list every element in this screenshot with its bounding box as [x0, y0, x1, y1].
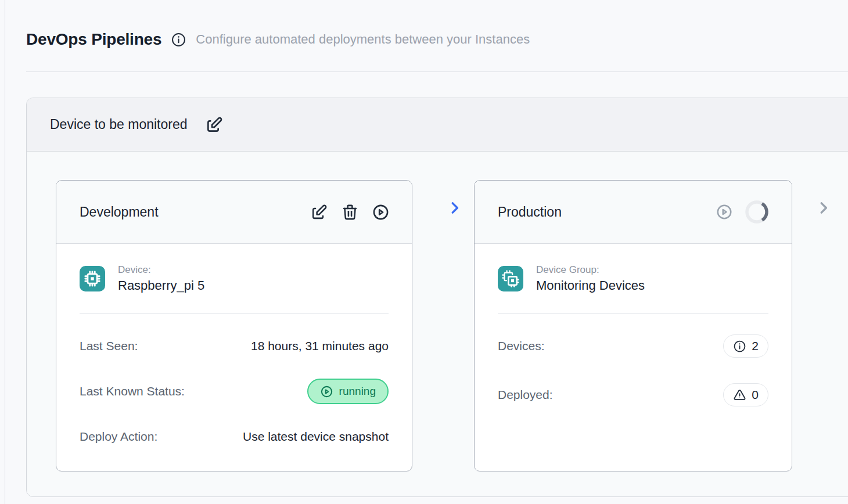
header-divider — [26, 71, 848, 72]
production-title: Production — [498, 204, 562, 220]
info-icon[interactable] — [171, 32, 186, 48]
production-actions — [716, 199, 770, 225]
play-icon[interactable] — [716, 203, 734, 221]
device-group-label: Device Group: — [536, 264, 645, 276]
development-title: Development — [80, 204, 159, 220]
last-seen-row: Last Seen: 18 hours, 31 minutes ago — [80, 332, 389, 360]
devices-count: 2 — [752, 339, 759, 353]
deployed-count: 0 — [752, 388, 759, 402]
development-card-header: Development — [56, 181, 412, 244]
deploy-action-value: Use latest device snapshot — [243, 430, 389, 444]
deployed-count-pill[interactable]: 0 — [723, 383, 768, 406]
status-row: Last Known Status: running — [80, 377, 389, 405]
spinner — [744, 199, 770, 225]
deploy-action-label: Deploy Action: — [80, 430, 157, 444]
warning-icon — [733, 388, 746, 402]
last-seen-label: Last Seen: — [80, 339, 138, 353]
chip-group-icon — [498, 266, 523, 291]
deployed-row: Deployed: 0 — [498, 381, 768, 409]
page-title: DevOps Pipelines — [26, 30, 161, 49]
pipeline-panel: Device to be monitored Development — [26, 98, 848, 497]
status-label: Last Known Status: — [80, 384, 185, 398]
devops-pipelines-page: DevOps Pipelines Configure automated dep… — [5, 0, 848, 504]
edit-icon[interactable] — [310, 203, 328, 221]
devices-label: Devices: — [498, 339, 545, 353]
development-card-body: Device: Raspberry_pi 5 Last Seen: 18 hou… — [56, 244, 412, 451]
page-header: DevOps Pipelines Configure automated dep… — [26, 30, 530, 49]
deployed-label: Deployed: — [498, 388, 553, 402]
device-meta: Device: Raspberry_pi 5 — [118, 264, 204, 293]
play-icon[interactable] — [372, 203, 390, 221]
production-card-header: Production — [475, 181, 792, 244]
device-label: Device: — [118, 264, 204, 276]
device-group-name: Monitoring Devices — [536, 278, 645, 293]
info-icon — [733, 340, 746, 353]
last-seen-value: 18 hours, 31 minutes ago — [251, 339, 389, 353]
pipeline-panel-body: Development — [27, 152, 848, 496]
trash-icon[interactable] — [341, 203, 359, 221]
development-actions — [310, 203, 390, 221]
device-group-row: Device Group: Monitoring Devices — [498, 244, 768, 313]
development-detail-rows: Last Seen: 18 hours, 31 minutes ago Last… — [80, 314, 389, 451]
stage-card-production: Production — [474, 180, 792, 471]
pipeline-title: Device to be monitored — [50, 117, 188, 132]
production-detail-rows: Devices: 2 Deployed: — [498, 314, 768, 409]
edit-icon[interactable] — [205, 116, 224, 134]
status-badge-label: running — [339, 385, 376, 398]
devices-count-pill[interactable]: 2 — [723, 334, 768, 358]
deploy-action-row: Deploy Action: Use latest device snapsho… — [80, 423, 389, 451]
status-badge: running — [307, 379, 389, 404]
page-subtitle: Configure automated deployments between … — [196, 32, 530, 47]
chevron-right-icon — [446, 199, 463, 217]
chip-icon — [80, 266, 105, 291]
chevron-right-icon[interactable] — [815, 199, 832, 217]
devices-row: Devices: 2 — [498, 332, 768, 360]
stage-card-development: Development — [56, 180, 412, 471]
play-icon — [320, 385, 333, 398]
device-group-meta: Device Group: Monitoring Devices — [536, 264, 645, 293]
pipeline-panel-header: Device to be monitored — [27, 98, 848, 152]
production-card-body: Device Group: Monitoring Devices Devices… — [475, 244, 792, 409]
device-name: Raspberry_pi 5 — [118, 278, 204, 293]
device-row: Device: Raspberry_pi 5 — [80, 244, 389, 313]
